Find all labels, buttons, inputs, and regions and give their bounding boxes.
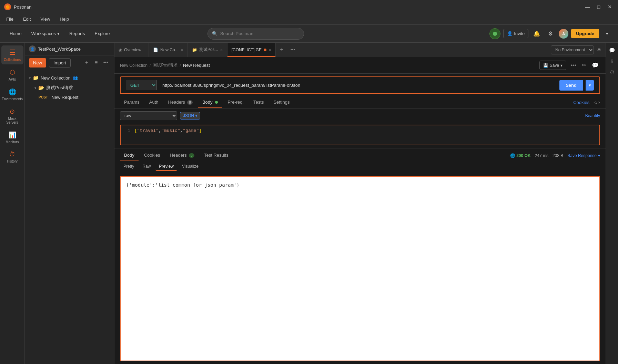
response-area: Body Cookies Headers 5 Test Results 🌐 20…	[114, 148, 606, 364]
upgrade-button[interactable]: Upgrade	[571, 29, 599, 38]
user-icon: 👥	[73, 75, 78, 80]
tab-env: No Environment 👁	[547, 43, 606, 57]
close-button[interactable]: ✕	[606, 3, 614, 11]
resp-tab-body[interactable]: Body	[120, 150, 139, 160]
body-type-select[interactable]: raw form-data x-www-form-urlencoded bina…	[120, 111, 177, 120]
method-select[interactable]: GET POST PUT DELETE	[126, 80, 157, 90]
send-button[interactable]: Send	[559, 80, 583, 91]
env-select[interactable]: No Environment	[551, 45, 594, 54]
req-tab-headers[interactable]: Headers 8	[164, 97, 197, 108]
right-panel-info-btn[interactable]: ℹ	[607, 56, 617, 66]
req-tab-body[interactable]: Body	[198, 97, 222, 108]
json-format-select[interactable]: JSON ▾	[180, 112, 200, 119]
breadcrumb-sep-1: /	[150, 63, 151, 68]
request-item-new-request[interactable]: POST New Request	[25, 93, 114, 102]
breadcrumb-folder[interactable]: 测试Post请求	[153, 62, 178, 68]
collection-tree: ▾ 📁 New Collection 👥 ▾ 📂 测试Post请求 POST N…	[25, 70, 114, 364]
resp-tab-cookies[interactable]: Cookies	[140, 150, 164, 160]
workspaces-nav-btn[interactable]: Workspaces ▾	[27, 29, 64, 38]
upgrade-dropdown[interactable]: ▾	[602, 29, 612, 38]
search-bar[interactable]: 🔍 Search Postman	[207, 28, 304, 40]
tab-close-conflict-icon[interactable]: ×	[269, 47, 271, 53]
right-panel-history-btn[interactable]: ⏱	[607, 67, 617, 77]
right-panel-comments-btn[interactable]: 💬	[607, 45, 617, 55]
sidebar-item-apis[interactable]: ⬡ APIs	[1, 66, 23, 84]
reports-nav-btn[interactable]: Reports	[65, 29, 89, 38]
folder-item-ceshi[interactable]: ▾ 📂 测试Post请求	[25, 83, 114, 93]
sidebar-icons: ☰ Collections ⬡ APIs 🌐 Environments ⊙ Mo…	[0, 43, 25, 364]
tab-overview[interactable]: ◉ Overview	[114, 43, 149, 57]
tab-conflict[interactable]: [CONFLICT] GE ×	[227, 43, 276, 57]
save-response-button[interactable]: Save Response ▾	[567, 153, 600, 158]
edit-icon-btn[interactable]: ✏	[580, 61, 588, 70]
menu-view[interactable]: View	[38, 15, 52, 23]
sidebar-item-environments[interactable]: 🌐 Environments	[1, 85, 23, 104]
maximize-button[interactable]: □	[595, 3, 603, 11]
tab-new-collection[interactable]: 📄 New Co... ×	[149, 43, 188, 57]
breadcrumb-collection[interactable]: New Collection	[120, 63, 148, 68]
req-tab-params[interactable]: Params	[120, 97, 144, 108]
menu-edit[interactable]: Edit	[21, 15, 33, 23]
tab-close-ceshi-icon[interactable]: ×	[220, 47, 223, 53]
collection-item-new-collection[interactable]: ▾ 📁 New Collection 👥	[25, 73, 114, 83]
workspace-name: TestPost_WorkSpace	[38, 46, 81, 52]
req-tab-tests[interactable]: Tests	[249, 97, 268, 108]
string-game: "game"	[183, 128, 199, 133]
workspace-header: 👤 TestPost_WorkSpace	[25, 43, 114, 55]
req-tab-settings[interactable]: Settings	[269, 97, 294, 108]
sidebar-item-history[interactable]: ⏱ History	[1, 148, 23, 166]
sidebar-item-collections[interactable]: ☰ Collections	[1, 45, 23, 64]
code-view-btn[interactable]: </>	[594, 100, 600, 105]
minimize-button[interactable]: —	[584, 3, 592, 11]
explore-nav-btn[interactable]: Explore	[91, 29, 114, 38]
sidebar-add-btn[interactable]: +	[82, 58, 91, 66]
person-icon: 👤	[507, 31, 513, 36]
env-eye-icon-btn[interactable]: 👁	[597, 47, 601, 53]
sidebar-more-btn[interactable]: •••	[102, 58, 110, 66]
settings-icon-btn[interactable]: ⚙	[545, 28, 556, 39]
method-badge: POST	[37, 95, 49, 100]
save-response-dropdown-icon: ▾	[598, 153, 600, 158]
comment-icon-btn[interactable]: 💬	[590, 61, 600, 70]
tab-more-button[interactable]: •••	[288, 43, 298, 57]
beautify-button[interactable]: Beautify	[585, 113, 600, 118]
new-import-row: New Import + ≡ •••	[25, 55, 114, 70]
resp-view-raw[interactable]: Raw	[139, 163, 154, 171]
sidebar-sort-btn[interactable]: ≡	[92, 58, 100, 66]
history-label: History	[7, 159, 18, 163]
sidebar-item-monitors[interactable]: 📊 Monitors	[1, 128, 23, 147]
sidebar-item-mock-servers[interactable]: ⊙ Mock Servers	[1, 105, 23, 127]
tab-close-icon[interactable]: ×	[181, 47, 183, 53]
invite-button[interactable]: 👤 Invite	[503, 29, 528, 38]
resp-view-preview[interactable]: Preview	[155, 163, 177, 171]
avatar[interactable]: A	[559, 29, 568, 39]
send-dropdown-button[interactable]: ▾	[586, 80, 594, 91]
collection-name: New Collection	[41, 75, 71, 81]
menu-file[interactable]: File	[4, 15, 16, 23]
code-content-1[interactable]: ["travel","music","game"]	[134, 128, 202, 133]
string-music: "music"	[161, 128, 180, 133]
resp-tab-test-results[interactable]: Test Results	[200, 150, 233, 160]
tab-add-button[interactable]: +	[276, 43, 288, 57]
new-button[interactable]: New	[29, 58, 46, 67]
cookies-link[interactable]: Cookies	[573, 100, 589, 105]
resp-view-visualize[interactable]: Visualize	[179, 163, 202, 171]
home-nav-btn[interactable]: Home	[6, 29, 26, 38]
history-icon: ⏱	[9, 151, 16, 158]
req-tab-auth[interactable]: Auth	[145, 97, 163, 108]
save-button[interactable]: 💾 Save ▾	[539, 61, 566, 70]
save-icon: 💾	[543, 63, 548, 68]
more-options-btn[interactable]: •••	[569, 61, 578, 70]
url-input[interactable]	[160, 81, 557, 89]
req-tab-pre-req[interactable]: Pre-req.	[223, 97, 248, 108]
request-tabs: Params Auth Headers 8 Body Pre-req. Tes	[114, 97, 606, 108]
menu-bar: File Edit View Help	[0, 14, 618, 25]
import-button[interactable]: Import	[49, 58, 71, 67]
menu-help[interactable]: Help	[58, 15, 71, 23]
notification-icon-btn[interactable]: 🔔	[531, 28, 542, 39]
tab-ceshi[interactable]: 📁 测试Pos... ×	[188, 43, 227, 57]
online-dot-inner	[493, 32, 497, 36]
resp-view-pretty[interactable]: Pretty	[120, 163, 138, 171]
resp-tab-headers[interactable]: Headers 5	[166, 150, 199, 160]
json-dropdown-icon: ▾	[195, 114, 197, 118]
